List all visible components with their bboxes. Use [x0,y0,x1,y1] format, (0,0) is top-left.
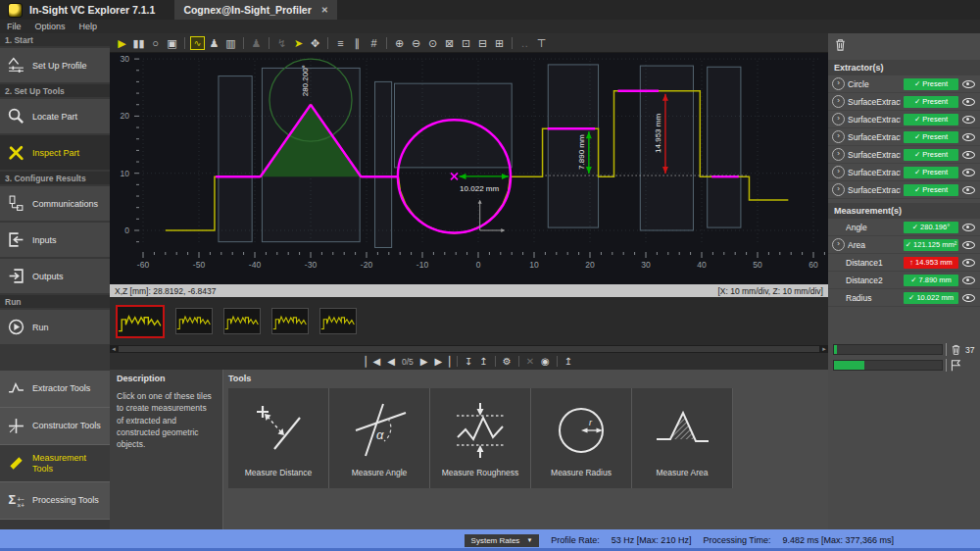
sidebar-item-run[interactable]: Run [0,310,110,344]
run-icon[interactable]: ▶ [115,35,129,51]
extractor-row-1[interactable]: ›Circle✓Present [828,75,980,93]
load-profiles-button[interactable]: ↥ [479,354,487,369]
measurement-row-distance1[interactable]: Distance1↑14.953 mm [828,254,980,272]
measurement-row-radius[interactable]: Radius✓10.022 mm [828,289,980,307]
profile-thumbnail-waveform-icon [272,309,308,333]
zoom-1to1-icon[interactable]: ⊙ [425,35,440,51]
visibility-eye-icon[interactable] [961,130,976,143]
profile-thumbnail-1[interactable] [116,305,165,338]
expand-chevron-icon[interactable]: › [832,183,845,196]
palette-item-processing-tools[interactable]: Σ+−×+Processing Tools [0,482,110,520]
axis-orientation-icon[interactable]: ⊤ [534,35,549,51]
menu-file[interactable]: File [7,22,22,31]
profile-overlay-icon[interactable]: ≡ [333,35,348,51]
sidebar-item-inputs[interactable]: Inputs [0,223,110,257]
next-frame-button[interactable]: ▶ [420,354,428,369]
profile-markers-icon[interactable]: ∥ [350,35,365,51]
system-rates-dropdown[interactable]: System Rates ▼ [465,534,540,547]
record-filmstrip-button[interactable]: ◉ [541,354,550,369]
buffer-trash-icon[interactable] [950,343,962,356]
pointer-icon[interactable]: ➤ [291,35,306,51]
filmstrip-scrollbar[interactable]: ◂ ▸ [110,345,828,353]
sidebar-item-locate-part[interactable]: Locate Part [0,99,110,133]
zoom-height-icon[interactable]: ⊞ [492,35,507,51]
check-icon: ✓ [914,185,920,194]
save-profiles-button[interactable]: ↧ [465,354,472,369]
profile-thumbnail-5[interactable] [319,308,357,334]
menu-help[interactable]: Help [79,22,98,31]
scroll-right-icon[interactable]: ▸ [820,345,828,353]
scrollbar-thumb[interactable] [119,346,819,352]
close-tab-icon[interactable]: ✕ [321,5,328,15]
expand-chevron-icon[interactable]: › [832,95,845,108]
visibility-eye-icon[interactable] [961,274,976,286]
measurement-row-angle[interactable]: Angle✓280.196° [828,219,980,236]
manual-acquire-icon[interactable]: ♟ [207,35,221,51]
measurement-row-distance2[interactable]: Distance2✓7.890 mm [828,272,980,289]
record-flag-icon[interactable] [950,359,962,372]
extractor-row-5[interactable]: ›SurfaceExtractor1✓Present [828,146,980,164]
visibility-eye-icon[interactable] [961,166,976,178]
sidebar-item-communications[interactable]: Communications [0,186,110,221]
measurement-row-area[interactable]: ›Area✓121.125 mm² [828,236,980,254]
prev-frame-button[interactable]: ◀ [387,354,395,369]
profile-compare-icon[interactable]: # [367,35,381,51]
menu-options[interactable]: Options [35,22,66,31]
delete-tool-button[interactable] [833,37,848,56]
snapshot-icon[interactable]: ▣ [165,35,179,51]
export-profile-button[interactable]: ↥ [564,354,572,369]
expand-chevron-icon[interactable]: › [832,166,845,178]
scroll-left-icon[interactable]: ◂ [110,345,118,353]
profile-thumbnail-3[interactable] [223,308,261,334]
zoom-width-icon[interactable]: ⊟ [475,35,490,51]
extractor-row-3[interactable]: ›SurfaceExtractor_...✓Present [828,111,980,128]
first-frame-button[interactable]: ▏◀ [366,354,380,369]
palette-item-constructor-tools[interactable]: Constructor Tools [0,408,110,445]
tool-tile-measure-roughness[interactable]: Measure Roughness [430,388,531,488]
expand-chevron-icon[interactable]: › [832,113,845,125]
profile-thumbnail-4[interactable] [271,308,309,334]
record-icon[interactable]: ○ [148,35,163,51]
zoom-out-icon[interactable]: ⊖ [409,35,423,51]
sidebar-item-inspect-part[interactable]: Inspect Part [0,135,110,170]
pan-hand-icon[interactable]: ✥ [308,35,322,51]
extractor-row-6[interactable]: ›SurfaceExtractor1_...✓Present [828,164,980,181]
visibility-eye-icon[interactable] [961,221,976,233]
tool-tile-measure-area[interactable]: Measure Area [632,388,733,488]
profile-chart[interactable]: 10.022 mm7.890 mm14.953 mm280.200°-60-50… [110,53,828,284]
visibility-eye-icon[interactable] [961,256,976,269]
visibility-eye-icon[interactable] [961,148,976,161]
expand-chevron-icon[interactable]: › [832,148,845,161]
extractor-row-2[interactable]: ›SurfaceExtractor✓Present [828,93,980,111]
expand-chevron-icon[interactable]: › [832,77,845,90]
zoom-region-icon[interactable]: ⊡ [459,35,473,51]
palette-item-extractor-tools[interactable]: Extractor Tools [0,371,110,408]
expand-chevron-icon[interactable]: › [832,130,845,143]
last-frame-button[interactable]: ▶▕ [434,354,449,369]
tab-insight-profiler[interactable]: Cognex@In-Sight_Profiler ✕ [174,0,337,20]
profile-thumbnail-2[interactable] [175,308,213,334]
extractor-row-7[interactable]: ›SurfaceExtractor2✓Present [828,181,980,199]
visibility-eye-icon[interactable] [961,183,976,196]
tool-tile-measure-radius[interactable]: rMeasure Radius [531,388,632,488]
visibility-eye-icon[interactable] [961,113,976,125]
expand-chevron-icon[interactable]: › [832,238,845,251]
filmstrip-settings-button[interactable]: ⚙ [503,354,512,369]
filmstrip-view-icon[interactable]: ▥ [223,35,238,51]
visibility-eye-icon[interactable] [961,95,976,108]
measurement-value-badge: ↑14.953 mm [904,257,958,269]
sidebar-item-outputs[interactable]: Outputs [0,259,110,293]
zoom-fit-icon[interactable]: ⊠ [442,35,457,51]
extractor-row-4[interactable]: ›SurfaceExtractor_...✓Present [828,128,980,146]
sidebar-item-label: Inputs [32,235,57,245]
tool-tile-measure-angle[interactable]: αMeasure Angle [329,388,430,488]
palette-item-measurement-tools[interactable]: Measurement Tools [0,445,110,482]
visibility-eye-icon[interactable] [961,77,976,90]
tool-tile-measure-distance[interactable]: Measure Distance [228,388,329,488]
live-acquisition-icon[interactable]: ∿ [190,36,205,50]
zoom-in-icon[interactable]: ⊕ [392,35,407,51]
visibility-eye-icon[interactable] [961,238,976,251]
visibility-eye-icon[interactable] [961,291,976,304]
sidebar-item-set-up-profile[interactable]: Set Up Profile [0,48,110,82]
pause-icon[interactable]: ▮▮ [131,35,146,51]
